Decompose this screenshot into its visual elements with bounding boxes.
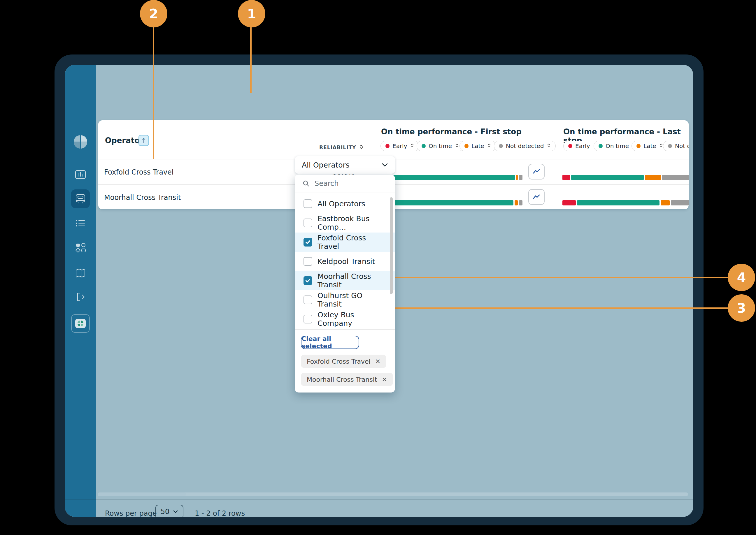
bus-icon <box>74 192 87 206</box>
operator-option-label: Keldpool Transit <box>317 257 375 266</box>
otp-stacked-bar <box>381 175 522 180</box>
sidebar-item-logout[interactable] <box>71 288 90 306</box>
otp-stacked-bar <box>381 200 522 206</box>
legend-dot <box>386 144 390 148</box>
checkbox-icon[interactable] <box>304 199 312 208</box>
checkbox-icon[interactable] <box>304 296 312 304</box>
checkbox-icon[interactable] <box>304 315 312 324</box>
search-row <box>295 175 395 193</box>
operator-option-label: Moorhall Cross Transit <box>317 272 386 289</box>
green-app-icon <box>74 317 87 330</box>
sidebar-item-analytics[interactable] <box>71 165 90 184</box>
remove-chip-icon[interactable]: ✕ <box>375 358 381 365</box>
sidebar-item-app-switcher[interactable] <box>71 314 90 333</box>
callout-2: 2 <box>140 0 167 27</box>
legend-label: Late <box>472 143 484 150</box>
operator-option[interactable]: Oxley Bus Company <box>295 309 395 329</box>
bar-segment-not_detected <box>662 175 689 180</box>
dropdown-scrollbar-thumb[interactable] <box>390 197 393 294</box>
screenshot-stage: Oxleyshire Transit Millhaven Operators ?… <box>0 0 756 535</box>
operator-option[interactable]: Eastbrook Bus Comp… <box>295 213 395 233</box>
checkbox-checked-icon[interactable] <box>304 276 312 285</box>
operator-select-panel: All OperatorsEastbrook Bus Comp…Foxfold … <box>295 175 395 392</box>
logout-icon <box>74 291 87 303</box>
reliability-column-header[interactable]: RELIABILITY <box>319 144 363 151</box>
rows-per-page-value: 50 <box>160 508 170 516</box>
operator-select-value: All Operators <box>302 161 350 169</box>
sort-ascending-button[interactable]: ↑ <box>138 135 149 146</box>
checkbox-icon[interactable] <box>304 218 312 227</box>
operator-option[interactable]: Keldpool Transit <box>295 252 395 271</box>
legend-pill-not-detected[interactable]: Not detected <box>494 141 556 151</box>
bar-segment-not_detected <box>519 200 522 206</box>
legend-label: On time <box>606 143 629 150</box>
legend-dot <box>636 144 641 148</box>
bar-segment-late <box>514 200 518 206</box>
legend-label: Early <box>575 143 590 150</box>
search-divider <box>295 193 395 193</box>
search-icon <box>302 180 310 187</box>
operator-option[interactable]: Oulhurst GO Transit <box>295 290 395 309</box>
bar-segment-early <box>563 175 570 180</box>
horizontal-scrollbar-thumb[interactable] <box>98 493 186 496</box>
otp-stacked-bar <box>563 175 689 180</box>
sort-updown-icon <box>359 144 363 151</box>
legend-pill-not-detected[interactable]: Not detected <box>663 141 689 151</box>
sidebar-item-list[interactable] <box>71 214 90 233</box>
rows-per-page-select[interactable]: 50 <box>156 505 183 517</box>
legend-label: On time <box>428 143 452 150</box>
chip-label: Moorhall Cross Transit <box>307 376 377 383</box>
sort-updown-icon <box>547 143 551 150</box>
sort-updown-icon <box>659 143 663 150</box>
operator-name-cell: Foxfold Cross Travel <box>104 168 174 176</box>
bar-segment-late <box>661 200 670 206</box>
operator-option[interactable]: Foxfold Cross Travel <box>295 233 395 252</box>
sidebar-item-components[interactable] <box>71 239 90 257</box>
sort-updown-icon <box>410 143 414 150</box>
sidebar-item-operators[interactable] <box>71 189 90 208</box>
legend-label: Not detected <box>506 143 544 150</box>
sort-updown-icon <box>455 143 459 150</box>
legend-dot <box>499 144 503 148</box>
legend-pill-late[interactable]: Late <box>459 141 496 151</box>
selected-operator-chip: Moorhall Cross Transit✕ <box>301 373 393 386</box>
map-icon <box>74 267 87 279</box>
operator-option-label: All Operators <box>317 200 365 208</box>
bar-segment-late <box>645 175 661 180</box>
operator-select-trigger[interactable]: All Operators <box>295 156 395 174</box>
search-input[interactable] <box>315 180 373 188</box>
checkbox-icon[interactable] <box>304 257 312 266</box>
legend-pill-early[interactable]: Early <box>381 141 419 151</box>
checkbox-checked-icon[interactable] <box>304 238 312 246</box>
trend-line-icon <box>533 168 540 175</box>
legend-dot <box>422 144 426 148</box>
legend-dot <box>598 144 603 148</box>
legend-label: Early <box>393 143 407 150</box>
legend-pill-on-time[interactable]: On time <box>417 141 464 151</box>
horizontal-scrollbar-track[interactable] <box>98 493 688 496</box>
bar-segment-on_time <box>387 200 513 206</box>
trend-chart-button[interactable] <box>528 189 545 205</box>
callout-4: 4 <box>728 264 755 291</box>
clear-all-selected-button[interactable]: Clear all selected <box>301 336 359 349</box>
bar-segment-not_detected <box>671 200 689 206</box>
bar-segment-not_detected <box>519 175 522 180</box>
legend-dot <box>464 144 469 148</box>
sidebar-item-map[interactable] <box>71 264 90 282</box>
operator-option[interactable]: All Operators <box>295 194 395 213</box>
operator-name-cell: Moorhall Cross Transit <box>104 193 181 202</box>
trend-chart-button[interactable] <box>528 164 545 180</box>
app-logo-icon <box>71 132 90 151</box>
operator-option-label: Eastbrook Bus Comp… <box>317 214 386 231</box>
operator-option[interactable]: Moorhall Cross Transit <box>295 271 395 290</box>
chip-label: Foxfold Cross Travel <box>307 358 370 365</box>
operator-option-label: Oxley Bus Company <box>317 311 386 327</box>
bar-segment-on_time <box>390 175 515 180</box>
remove-chip-icon[interactable]: ✕ <box>382 376 387 383</box>
legend-pill-late[interactable]: Late <box>631 141 668 151</box>
list-icon <box>74 217 87 230</box>
options-divider <box>295 329 395 329</box>
chevron-down-icon <box>382 163 388 167</box>
first-stop-group-header: On time performance - First stop <box>381 127 522 136</box>
pagination-range: 1 - 2 of 2 rows <box>195 509 245 517</box>
